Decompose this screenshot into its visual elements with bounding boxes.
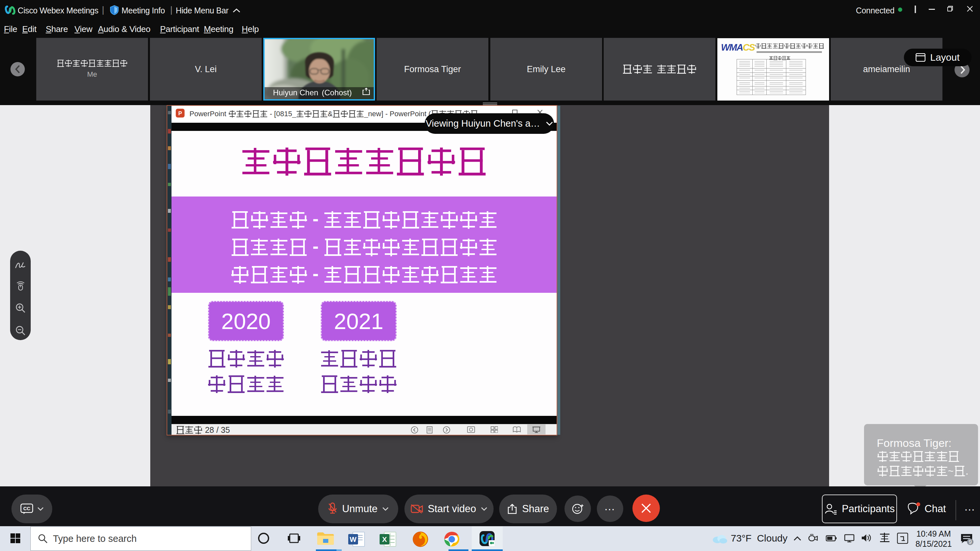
- svg-text:(Cohost): (Cohost): [322, 88, 352, 97]
- svg-text:CC: CC: [23, 506, 30, 511]
- svg-text:9: 9: [969, 539, 972, 545]
- svg-text:P: P: [178, 110, 182, 116]
- svg-text:Huiyun Chen: Huiyun Chen: [273, 88, 318, 97]
- svg-text:X: X: [382, 535, 387, 543]
- svg-text:W: W: [350, 535, 357, 543]
